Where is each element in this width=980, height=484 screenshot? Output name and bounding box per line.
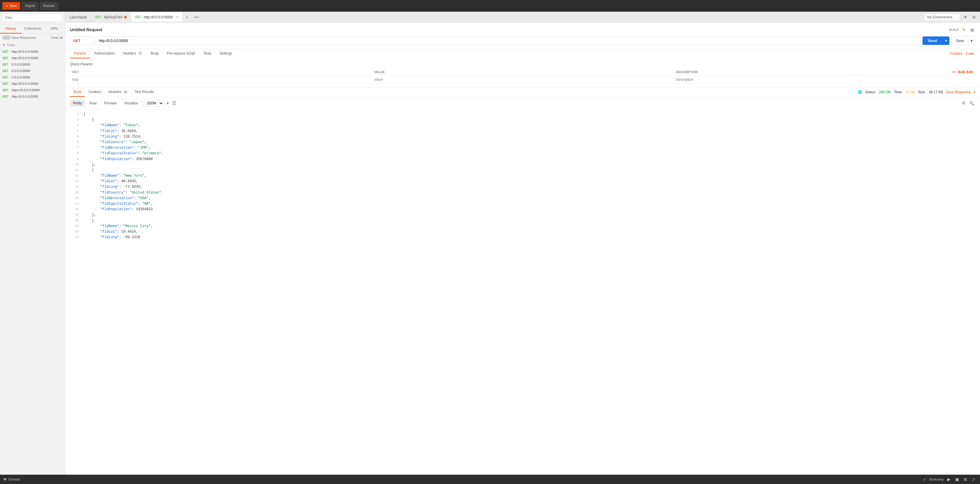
history-url: 0.0.0.0:5000/ xyxy=(12,63,30,66)
console-icon: ⬒ xyxy=(3,478,6,481)
list-item[interactable]: GET http://0.0.0.0:5000/ xyxy=(0,48,65,55)
line-content: }, xyxy=(83,212,96,218)
search-input[interactable] xyxy=(2,14,63,22)
code-line: 9 "fldPopulation": 35676000 xyxy=(65,157,980,162)
resp-tab-headers[interactable]: Headers 4 xyxy=(105,87,131,97)
format-type-select[interactable]: JSON xyxy=(143,100,164,107)
list-item[interactable]: GET http://0.0.0.0:5000/ xyxy=(0,93,65,100)
import-button[interactable]: Import xyxy=(22,2,38,10)
grid-layout-button[interactable]: ⊞ xyxy=(963,476,968,483)
settings-icon-button[interactable]: ⚙ xyxy=(971,14,977,21)
sidebar-tab-history[interactable]: History xyxy=(0,24,22,33)
line-content: "fldLat": 35.6850, xyxy=(83,129,138,134)
list-item[interactable]: GET http://0.0.0.0:5000/ xyxy=(0,55,65,61)
sidebar-tab-apis[interactable]: APIs xyxy=(43,24,65,33)
layout-icon-button[interactable]: ▤ xyxy=(969,26,975,33)
method-badge: GET xyxy=(2,63,10,66)
search-response-button[interactable]: 🔍 xyxy=(968,100,975,107)
resp-format-pretty[interactable]: Pretty xyxy=(70,100,85,106)
json-key: "fldCountry" xyxy=(100,140,126,144)
wrap-lines-icon[interactable]: ☰ xyxy=(172,100,176,106)
history-url: 0.0.0.0:5000/ xyxy=(12,69,30,73)
method-badge: GET xyxy=(2,57,10,60)
line-content: "fldName": "New York", xyxy=(83,173,146,179)
send-button[interactable]: Send xyxy=(923,36,942,45)
code-line: 6 "fldCountry": "Japan", xyxy=(65,140,980,145)
json-string-value: "Mexico City" xyxy=(123,224,151,228)
req-tab-settings[interactable]: Settings xyxy=(216,49,236,58)
edit-icon-button[interactable]: ✎ xyxy=(961,26,967,33)
list-item[interactable]: GET http://0.0.0.0:5000/ xyxy=(0,81,65,87)
cookies-link[interactable]: Cookies xyxy=(950,52,962,56)
save-response-dropdown-icon[interactable]: ▾ xyxy=(974,90,975,94)
value-header: VALUE xyxy=(372,68,674,76)
new-button[interactable]: + New xyxy=(2,2,20,10)
list-item[interactable]: GET 0.0.0.0:5000/ xyxy=(0,61,65,68)
toggle-switch[interactable] xyxy=(2,36,11,40)
line-number: 19 xyxy=(70,212,79,217)
line-content: "fldCountry": "Japan", xyxy=(83,140,146,145)
save-button[interactable]: Save xyxy=(952,36,968,45)
line-number: 15 xyxy=(70,190,79,195)
add-tab-button[interactable]: + xyxy=(183,12,191,22)
console-label[interactable]: Console xyxy=(8,478,20,481)
code-link[interactable]: Code xyxy=(966,52,974,56)
req-tab-tests[interactable]: Tests xyxy=(199,49,216,58)
sidebar-tab-collections[interactable]: Collections xyxy=(22,24,43,33)
copy-response-button[interactable]: ⧉ xyxy=(961,100,966,107)
resp-tab-cookies[interactable]: Cookies xyxy=(85,87,104,97)
expand-button[interactable]: ⤢ xyxy=(970,476,977,483)
tab-active-request[interactable]: GET http://0.0.0.0:5000/ ✕ xyxy=(131,13,183,22)
new-label: New xyxy=(10,4,17,8)
clear-all-button[interactable]: Clear all xyxy=(51,36,63,40)
line-number: 23 xyxy=(70,235,79,240)
line-number: 10 xyxy=(70,162,79,167)
send-dropdown-button[interactable]: ▾ xyxy=(942,36,950,45)
list-item[interactable]: GET https://0.0.0.0:5000/ xyxy=(0,87,65,93)
resp-format-preview[interactable]: Preview xyxy=(101,100,119,106)
resp-format-raw[interactable]: Raw xyxy=(87,100,99,106)
req-tab-body[interactable]: Body xyxy=(147,49,163,58)
req-tab-authorization[interactable]: Authorization xyxy=(90,49,119,58)
build-button[interactable]: BUILD xyxy=(950,28,959,32)
format-type-dropdown-icon[interactable]: ▾ xyxy=(167,101,169,106)
list-item[interactable]: GET 0.0.0.0:5000/ xyxy=(0,74,65,81)
line-content: "fldLat": 40.6943, xyxy=(83,179,138,184)
resp-tab-body[interactable]: Body xyxy=(70,87,85,97)
description-input[interactable] xyxy=(676,78,973,82)
bulk-edit-button[interactable]: Bulk Edit xyxy=(958,70,973,74)
line-number: 17 xyxy=(70,201,79,206)
runner-button[interactable]: Runner xyxy=(40,2,58,10)
method-badge: GET xyxy=(2,95,10,98)
list-item[interactable]: GET 0.0.0.0:5000/ xyxy=(0,68,65,74)
json-key: "fldName" xyxy=(100,174,119,178)
method-select[interactable]: GET xyxy=(70,36,93,45)
line-content: "fldCapitalStatus": "NA", xyxy=(83,201,153,207)
tab-close-icon[interactable]: ✕ xyxy=(176,15,178,19)
eye-icon-button[interactable]: 👁 xyxy=(962,14,969,21)
save-response-button[interactable]: Save Response xyxy=(946,90,970,94)
req-tab-params[interactable]: Params xyxy=(70,49,90,58)
environment-select[interactable]: No Environment xyxy=(924,14,960,21)
resp-format-visualize[interactable]: Visualize xyxy=(121,100,141,106)
resp-tab-test-results[interactable]: Test Results xyxy=(131,87,157,97)
bootcamp-label[interactable]: Bootcamp xyxy=(929,478,944,481)
req-tab-headers[interactable]: Headers 7 xyxy=(119,49,146,58)
tab-myreqfwa[interactable]: GET MyReqFWA xyxy=(91,13,131,22)
key-input[interactable] xyxy=(72,78,369,82)
json-string-value: "JPN" xyxy=(138,146,148,150)
json-key: "fldName" xyxy=(100,123,119,127)
save-dropdown-button[interactable]: ▾ xyxy=(968,36,975,45)
content-area: Launchpad GET MyReqFWA GET http://0.0.0.… xyxy=(65,12,980,474)
req-tab-prerequest[interactable]: Pre-request Script xyxy=(163,49,199,58)
save-responses-toggle[interactable]: Save Responses xyxy=(2,36,36,40)
more-tabs-button[interactable]: ••• xyxy=(191,13,202,22)
tab-launchpad[interactable]: Launchpad xyxy=(65,13,91,22)
play-button[interactable]: ▶ xyxy=(946,476,952,483)
value-input[interactable] xyxy=(374,78,671,82)
table-actions-icon[interactable]: ••• xyxy=(952,70,956,75)
url-input[interactable] xyxy=(95,36,920,45)
response-status-bar: 🌐 Status: 200 OK Time: 57 ms Size: 39.17… xyxy=(858,90,975,94)
layout-toggle-button[interactable]: ▣ xyxy=(954,476,960,483)
line-number: 13 xyxy=(70,179,79,184)
